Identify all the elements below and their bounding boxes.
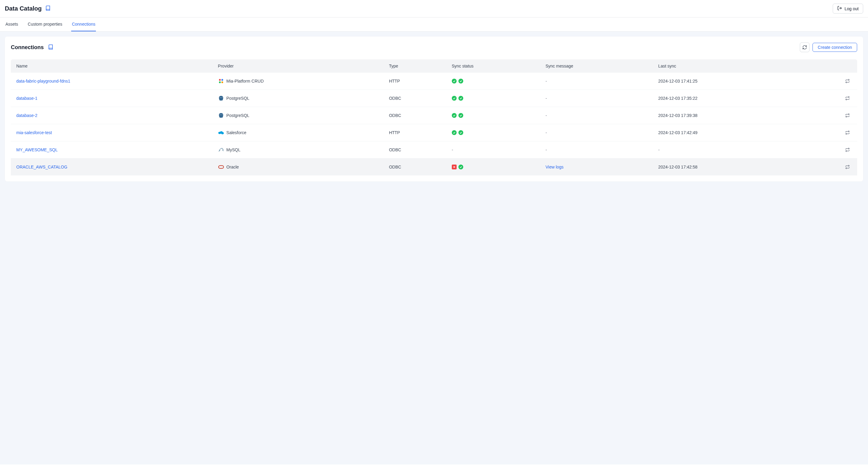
- row-sync-button[interactable]: [844, 112, 850, 119]
- provider-label: PostgreSQL: [226, 113, 249, 118]
- last-sync-cell: 2024-12-03 17:39:38: [655, 107, 805, 124]
- book-icon[interactable]: [45, 5, 51, 12]
- sync-status-cell: [448, 159, 542, 176]
- mysql-icon: [218, 147, 224, 153]
- status-ok-icon: [452, 113, 457, 118]
- provider-cell: PostgreSQL: [218, 95, 382, 101]
- connection-name-link[interactable]: mia-salesforce-test: [16, 130, 52, 135]
- message-text: -: [546, 79, 547, 83]
- provider-cell: Salesforce: [218, 130, 382, 136]
- card-header-right: Create connection: [800, 42, 857, 52]
- sync-status-cell: [448, 124, 542, 141]
- row-sync-button[interactable]: [844, 130, 850, 136]
- message-text: -: [546, 147, 547, 152]
- provider-label: Salesforce: [226, 130, 246, 135]
- status-ok-icon: [452, 96, 457, 101]
- svg-rect-13: [218, 165, 223, 168]
- connection-name-link[interactable]: database-2: [16, 113, 37, 118]
- svg-point-6: [222, 97, 222, 98]
- provider-label: PostgreSQL: [226, 96, 249, 101]
- message-text: -: [546, 96, 547, 101]
- status-dash: -: [452, 147, 453, 152]
- sync-message-cell: -: [542, 124, 655, 141]
- logout-button[interactable]: Log out: [833, 4, 863, 13]
- type-cell: HTTP: [385, 73, 448, 90]
- connections-table: Name Provider Type Sync status Sync mess…: [11, 59, 857, 175]
- logout-icon: [837, 6, 842, 11]
- table-row: data-fabric-playground-fdns1Mia-Platform…: [11, 73, 857, 90]
- status-ok-icon: [452, 79, 457, 83]
- svg-point-3: [219, 81, 221, 83]
- provider-label: Mia-Platform CRUD: [226, 79, 264, 83]
- mia-icon: [218, 78, 224, 84]
- connection-name-link[interactable]: database-1: [16, 96, 37, 101]
- type-cell: ODBC: [385, 107, 448, 124]
- type-cell: ODBC: [385, 141, 448, 159]
- provider-cell: Mia-Platform CRUD: [218, 78, 382, 84]
- status-ok-icon: [459, 130, 463, 135]
- col-sync-status: Sync status: [448, 59, 542, 73]
- card-header: Connections Create connection: [11, 42, 857, 52]
- row-sync-button[interactable]: [844, 147, 850, 153]
- header-left: Data Catalog: [5, 5, 51, 12]
- last-sync-cell: 2024-12-03 17:41:25: [655, 73, 805, 90]
- card-header-left: Connections: [11, 44, 53, 51]
- app-header: Data Catalog Log out: [0, 0, 868, 18]
- table-row: MY_AWESOME_SQLMySQLODBC---: [11, 141, 857, 159]
- svg-point-5: [220, 97, 220, 98]
- last-sync-cell: 2024-12-03 17:42:58: [655, 159, 805, 176]
- row-sync-button[interactable]: [844, 164, 850, 170]
- col-name: Name: [11, 59, 214, 73]
- book-icon[interactable]: [48, 44, 53, 51]
- tab-connections[interactable]: Connections: [71, 18, 96, 31]
- row-sync-button[interactable]: [844, 78, 850, 84]
- sync-status-cell: [448, 107, 542, 124]
- provider-label: Oracle: [226, 165, 239, 169]
- row-sync-button[interactable]: [844, 95, 850, 101]
- provider-cell: Oracle: [218, 164, 382, 170]
- connections-card: Connections Create connection Name Provi…: [5, 36, 863, 181]
- view-logs-link[interactable]: View logs: [546, 165, 564, 169]
- type-cell: HTTP: [385, 124, 448, 141]
- status-ok-icon: [459, 79, 463, 83]
- tab-assets[interactable]: Assets: [5, 18, 19, 31]
- salesforce-icon: [218, 130, 224, 136]
- col-last-sync: Last sync: [655, 59, 805, 73]
- provider-cell: MySQL: [218, 147, 382, 153]
- svg-point-2: [221, 79, 223, 81]
- svg-point-8: [222, 114, 222, 115]
- status-ok-icon: [459, 96, 463, 101]
- table-row: mia-salesforce-testSalesforceHTTP-2024-1…: [11, 124, 857, 141]
- status-ok-icon: [459, 113, 463, 118]
- last-sync-cell: -: [655, 141, 805, 159]
- provider-cell: PostgreSQL: [218, 112, 382, 119]
- card-title: Connections: [11, 44, 44, 51]
- col-sync-message: Sync message: [542, 59, 655, 73]
- tabs-bar: Assets Custom properties Connections: [0, 18, 868, 32]
- sync-status-cell: -: [448, 141, 542, 159]
- last-sync-cell: 2024-12-03 17:42:49: [655, 124, 805, 141]
- create-connection-button[interactable]: Create connection: [812, 43, 857, 52]
- tab-custom-properties[interactable]: Custom properties: [27, 18, 63, 31]
- status-error-icon: [452, 165, 457, 169]
- table-row: database-2PostgreSQLODBC-2024-12-03 17:3…: [11, 107, 857, 124]
- connection-name-link[interactable]: MY_AWESOME_SQL: [16, 147, 58, 152]
- table-row: ORACLE_AWS_CATALOGOracleODBCView logs202…: [11, 159, 857, 176]
- connection-name-link[interactable]: ORACLE_AWS_CATALOG: [16, 165, 67, 169]
- table-row: database-1PostgreSQLODBC-2024-12-03 17:3…: [11, 90, 857, 107]
- col-provider: Provider: [214, 59, 385, 73]
- status-ok-icon: [459, 165, 463, 169]
- last-sync-cell: 2024-12-03 17:35:22: [655, 90, 805, 107]
- connection-name-link[interactable]: data-fabric-playground-fdns1: [16, 79, 70, 83]
- svg-point-11: [221, 132, 224, 134]
- logout-label: Log out: [844, 6, 859, 11]
- svg-point-1: [219, 79, 221, 81]
- sync-message-cell: -: [542, 73, 655, 90]
- page-body: Connections Create connection Name Provi…: [0, 32, 868, 465]
- postgres-icon: [218, 95, 224, 101]
- refresh-button[interactable]: [800, 42, 809, 52]
- sync-message-cell: View logs: [542, 159, 655, 176]
- table-header-row: Name Provider Type Sync status Sync mess…: [11, 59, 857, 73]
- svg-point-4: [221, 81, 223, 83]
- message-text: -: [546, 130, 547, 135]
